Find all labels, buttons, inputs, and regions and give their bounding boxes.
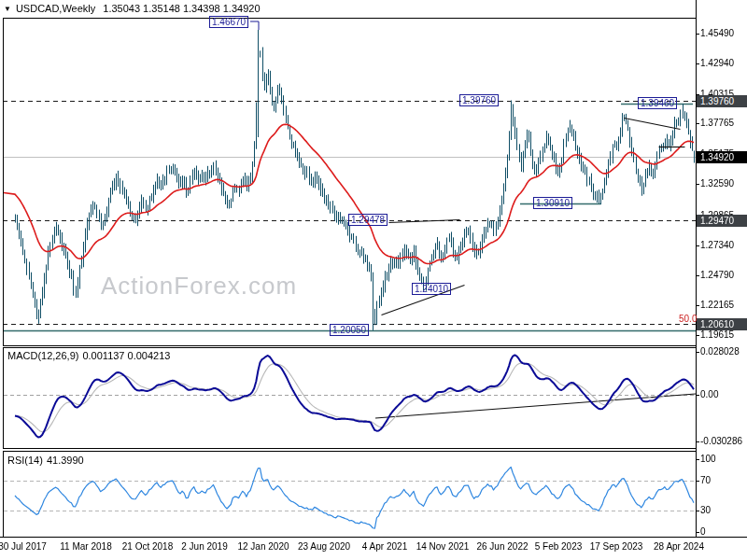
date-axis-label: 28 Apr 2024 [654,541,704,552]
price-axis-tick-label: 1.45490 [700,28,734,39]
rsi-axis-tick-label: 30 [700,505,711,516]
symbol-dropdown-icon[interactable]: ▼ [4,5,11,13]
price-level-label: 1.39760 [459,94,499,106]
price-level-label: 1.29478 [348,214,388,226]
macd-indicator-label: MACD(12,26,9)0.001137 0.004213 [7,350,174,361]
price-axis-tick-label: 1.37765 [700,118,734,129]
price-annotation-label: 1.46670 [209,16,248,28]
date-axis-label: 26 Jun 2022 [476,541,528,552]
price-axis-tick-label: 1.27340 [700,240,734,251]
price-axis-tick-label: 1.19615 [700,329,734,341]
price-level-label: 1.39460 [638,97,677,109]
date-axis-label: 17 Sep 2023 [590,541,643,552]
price-axis-level-label: 1.29470 [697,215,747,227]
price-axis-tick-label: 1.24790 [700,270,734,281]
macd-axis-tick-label: 0.028028 [700,346,740,357]
macd-axis-tick-label: -0.030286 [700,436,742,447]
fib-50-label: 50.0 [679,314,697,324]
date-axis-label: 21 Oct 2018 [122,541,173,552]
ohlc-values: 1.35043 1.35148 1.34398 1.34920 [103,3,260,14]
watermark: ActionForex.com [101,272,297,301]
macd-axis-tick-label: 0.00 [700,389,718,400]
date-axis-label: 30 Jul 2017 [0,541,47,552]
macd-name: MACD(12,26,9) [7,350,78,361]
date-axis-label: 12 Jan 2020 [237,541,289,552]
rsi-axis-tick-label: 0 [700,526,706,538]
price-level-label: 1.20050 [330,324,369,336]
date-axis-label: 11 Mar 2018 [60,541,111,552]
rsi-axis-tick-label: 70 [700,475,711,486]
chart-title: ▼ USDCAD,Weekly 1.35043 1.35148 1.34398 … [4,2,261,15]
date-axis-label: 14 Nov 2021 [416,541,470,552]
rsi-value: 41.3990 [47,455,84,466]
price-axis-tick-label: 1.22165 [700,300,734,311]
trading-chart-window: ▼ USDCAD,Weekly 1.35043 1.35148 1.34398 … [0,0,747,560]
symbol-period-label: USDCAD,Weekly [16,3,95,14]
price-axis-tick-label: 1.32590 [700,178,734,189]
price-annotation-label: 1.24010 [412,283,451,295]
price-axis-level-label: 1.20610 [697,318,747,330]
date-axis-label: 4 Apr 2021 [362,541,407,552]
price-axis-tick-label: 1.42940 [700,58,734,69]
price-axis-level-label: 1.39760 [697,95,747,107]
macd-values: 0.001137 0.004213 [82,350,170,361]
rsi-name: RSI(14) [7,455,43,466]
date-axis-label: 5 Feb 2023 [535,541,583,552]
rsi-axis-tick-label: 100 [700,454,716,465]
date-axis-label: 23 Aug 2020 [298,541,350,552]
rsi-indicator-label: RSI(14)41.3990 [7,455,88,466]
date-axis-label: 2 Jun 2019 [181,541,228,552]
price-axis-current-label: 1.34920 [697,151,747,163]
price-level-label: 1.30910 [533,197,572,209]
